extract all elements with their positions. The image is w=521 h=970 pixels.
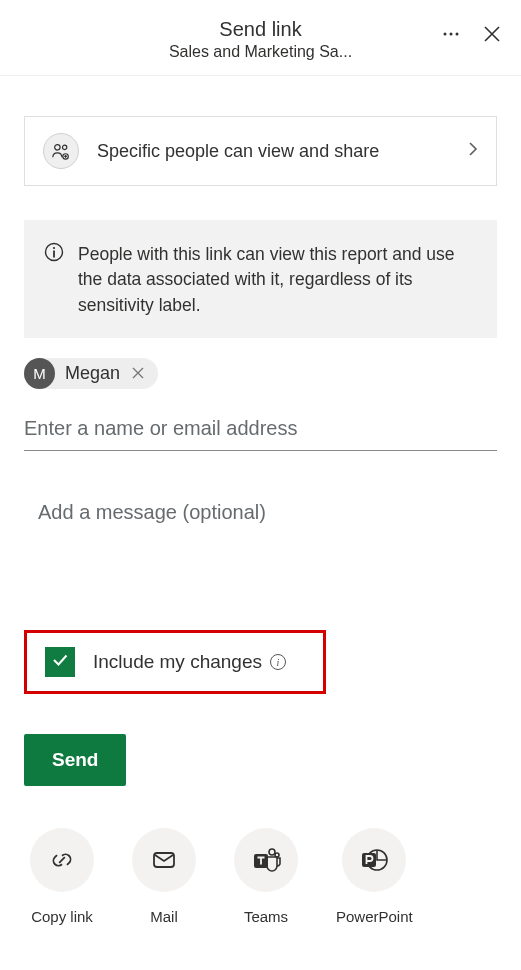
sensitivity-info-box: People with this link can view this repo…	[24, 220, 497, 338]
share-option-label: Copy link	[31, 908, 93, 925]
share-option-copy-link[interactable]: Copy link	[30, 828, 94, 925]
include-changes-highlight: Include my changes i	[24, 630, 326, 694]
svg-point-0	[444, 33, 447, 36]
share-option-label: PowerPoint	[336, 908, 413, 925]
header-actions	[441, 24, 501, 47]
share-option-teams[interactable]: Teams	[234, 828, 298, 925]
powerpoint-icon	[342, 828, 406, 892]
svg-point-4	[62, 145, 66, 149]
mail-icon	[132, 828, 196, 892]
chevron-right-icon	[468, 141, 478, 161]
share-option-label: Teams	[244, 908, 288, 925]
more-icon	[441, 24, 461, 47]
copy-link-icon	[30, 828, 94, 892]
sensitivity-info-text: People with this link can view this repo…	[78, 242, 477, 318]
link-settings-row[interactable]: Specific people can view and share	[24, 116, 497, 186]
dialog-title: Send link	[169, 18, 352, 41]
avatar: M	[24, 358, 55, 389]
share-option-powerpoint[interactable]: PowerPoint	[336, 828, 413, 925]
info-small-icon[interactable]: i	[270, 654, 286, 670]
include-changes-checkbox[interactable]	[45, 647, 75, 677]
svg-point-10	[269, 849, 275, 855]
send-button[interactable]: Send	[24, 734, 126, 786]
dialog-header: Send link Sales and Marketing Sa...	[0, 0, 521, 76]
teams-icon	[234, 828, 298, 892]
message-input[interactable]	[24, 493, 497, 532]
recipient-chip[interactable]: M Megan	[24, 358, 158, 389]
svg-point-7	[53, 247, 55, 249]
remove-recipient-icon[interactable]	[132, 365, 144, 382]
header-titles: Send link Sales and Marketing Sa...	[169, 18, 352, 61]
dialog-subtitle: Sales and Marketing Sa...	[169, 43, 352, 61]
svg-point-1	[450, 33, 453, 36]
svg-point-3	[55, 145, 60, 150]
link-settings-text: Specific people can view and share	[97, 141, 468, 162]
svg-rect-8	[53, 251, 55, 258]
checkmark-icon	[50, 650, 70, 674]
close-icon	[483, 25, 501, 46]
recipient-name: Megan	[65, 363, 120, 384]
recipient-input[interactable]	[24, 411, 497, 451]
include-changes-label: Include my changes	[93, 651, 262, 673]
svg-point-2	[456, 33, 459, 36]
share-option-label: Mail	[150, 908, 178, 925]
people-icon	[43, 133, 79, 169]
share-option-mail[interactable]: Mail	[132, 828, 196, 925]
svg-rect-14	[362, 853, 376, 867]
more-options-button[interactable]	[441, 24, 461, 47]
recipient-chip-row: M Megan	[24, 358, 497, 389]
share-options-row: Copy link Mail Teams	[24, 828, 497, 949]
close-button[interactable]	[483, 25, 501, 46]
info-icon	[44, 242, 72, 318]
